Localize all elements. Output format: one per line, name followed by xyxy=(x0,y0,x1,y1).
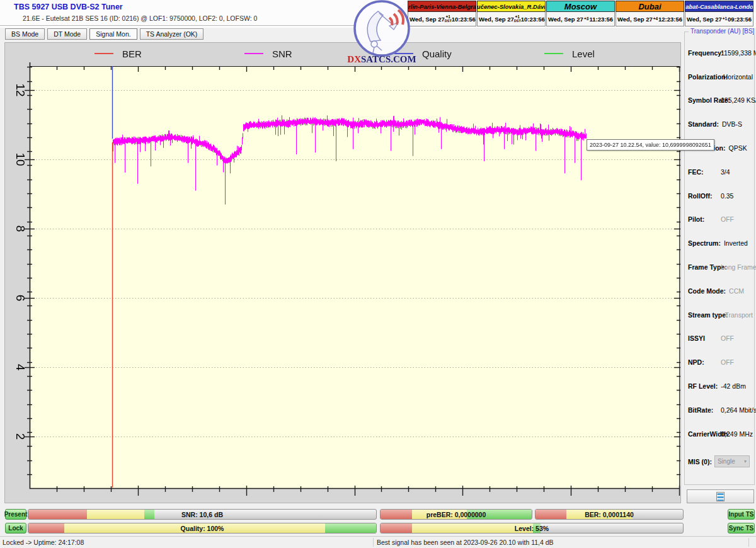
chevron-down-icon: ▾ xyxy=(744,459,747,464)
clock-city-label: Dubai xyxy=(616,1,684,12)
mis-dropdown[interactable]: Single ▾ xyxy=(714,455,750,467)
transponder-row-spectrum-: Spectrum:Inverted xyxy=(688,231,753,255)
clock-time: Wed, Sep 27+1DST10:23:56 xyxy=(477,12,546,26)
transponder-value: OFF xyxy=(721,358,734,366)
preber-bar-text: preBER: 0,0000000 xyxy=(381,510,532,519)
transponder-label: Stream type: xyxy=(688,311,721,319)
best-signal-status: Best signal has been seen at 2023-09-26 … xyxy=(377,539,554,546)
clock-city-label: Moscow xyxy=(546,1,615,12)
lock-button[interactable]: Lock xyxy=(5,523,26,534)
signal-monitor-chart[interactable] xyxy=(5,43,680,503)
transponder-value: 0,264 Mbit/s xyxy=(721,406,756,414)
transponder-row-stream-type-: Stream type:Transport xyxy=(688,303,753,327)
transponder-label: ISSYI xyxy=(688,334,718,342)
legend-label: BER xyxy=(122,49,142,59)
transponder-label: Symbol Rate: xyxy=(688,96,718,104)
snr-bar-text: SNR: 10,6 dB xyxy=(28,510,376,519)
tab-ts-analyzer-ok-[interactable]: TS Analyzer (OK) xyxy=(140,28,204,40)
clock-time: Wed, Sep 27+109:23:56 xyxy=(685,12,753,26)
status-bar: Locked -> Uptime: 24:17:08 Best signal h… xyxy=(0,536,756,548)
y-axis-label-6: 6 xyxy=(12,290,28,306)
tab-signal-mon-[interactable]: Signal Mon. xyxy=(89,28,137,40)
transponder-row-code-mode-: Code Mode:CCM xyxy=(688,279,753,303)
chart-tooltip: 2023-09-27 10.22.54, value: 10,699999809… xyxy=(587,139,714,151)
transponder-value: 0.35 xyxy=(721,192,733,200)
transponder-label: Frequency: xyxy=(688,49,718,57)
input-ts-button[interactable]: Input TS xyxy=(728,509,755,520)
transponder-value: OFF xyxy=(721,215,734,223)
present-button[interactable]: Present xyxy=(5,509,26,520)
transponder-value: Inverted xyxy=(724,239,748,247)
logo-text-rest: SATCS.COM xyxy=(361,54,416,64)
transponder-label: CarrierWidth: xyxy=(688,430,718,438)
transponder-label: RF Level: xyxy=(688,382,718,390)
mis-value: Single xyxy=(718,458,735,465)
chart-legend: BERSNRQualityLevel xyxy=(5,45,680,62)
list-icon xyxy=(716,492,724,501)
transponder-row-polarization-: Polarization:Horizontal xyxy=(688,65,753,89)
transponder-value: Long Frame xyxy=(721,263,756,271)
legend-label: Quality xyxy=(422,49,452,59)
ts-list-button[interactable] xyxy=(687,489,754,503)
legend-label: SNR xyxy=(272,49,292,59)
ber-bar: BER: 0,0001140 xyxy=(535,509,684,520)
transponder-value: DVB-S xyxy=(722,120,742,128)
transponder-value: 11599,338 MHz xyxy=(721,49,756,57)
transponder-value: Horizontal xyxy=(723,73,753,81)
mis-label: MIS (0): xyxy=(688,458,712,465)
transponder-label: Spectrum: xyxy=(688,239,721,247)
sync-ts-button[interactable]: Sync TS xyxy=(728,523,755,534)
clock-rabat-casablanca-london: Rabat-Casablanca-LondonWed, Sep 27+109:2… xyxy=(685,1,753,26)
quality-bar-text: Quality: 100% xyxy=(28,523,376,533)
transponder-value: QPSK xyxy=(728,144,747,152)
legend-item-level: Level xyxy=(544,49,595,59)
transponder-value: Transport xyxy=(724,311,753,319)
legend-line-icon xyxy=(94,53,113,54)
signal-chart-panel: BERSNRQualityLevel 24681012 xyxy=(5,43,680,503)
transponder-value: 0,249 MHz xyxy=(721,430,753,438)
y-axis-label-10: 10 xyxy=(12,151,28,168)
lock-uptime-status: Locked -> Uptime: 24:17:08 xyxy=(3,539,84,546)
legend-item-snr: SNR xyxy=(244,49,292,59)
transponder-label: Code Mode: xyxy=(688,287,726,295)
transponder-row-rf-level-: RF Level:-42 dBm xyxy=(688,374,753,398)
transponder-value: CCM xyxy=(729,287,744,295)
clock-time: Wed, Sep 27+311:23:56 xyxy=(546,12,615,26)
transponder-row-bitrate-: BitRate:0,264 Mbit/s xyxy=(688,398,753,422)
svg-text:DXSATCS.COM: DXSATCS.COM xyxy=(347,54,416,64)
transponder-row-rolloff-: RollOff:0.35 xyxy=(688,184,753,208)
transponder-label: NPD: xyxy=(688,358,718,366)
transponder-row-standard-: Standard:DVB-S xyxy=(688,112,753,136)
transponder-row-carrierwidth-: CarrierWidth:0,249 MHz xyxy=(688,422,753,446)
tab-bs-mode[interactable]: BS Mode xyxy=(5,28,45,40)
transponder-label: Frame Type: xyxy=(688,263,718,271)
mis-row: MIS (0): Single ▾ xyxy=(688,455,752,467)
clock-lu-enec-slovakia-r-d-vid: Lučenec-Slovakia_R.DávidWed, Sep 27+1DST… xyxy=(477,1,546,26)
status-bars-zone: Present SNR: 10,6 dB preBER: 0,0000000 B… xyxy=(0,506,756,536)
transponder-value: -42 dBm xyxy=(721,382,746,390)
snr-bar: SNR: 10,6 dB xyxy=(28,509,377,520)
transponder-label: Pilot: xyxy=(688,215,718,223)
clock-time: Wed, Sep 27+412:23:56 xyxy=(616,12,684,26)
tab-dt-mode[interactable]: DT Mode xyxy=(47,28,87,40)
ber-bar-text: BER: 0,0001140 xyxy=(536,510,683,519)
transponder-value: OFF xyxy=(721,334,734,342)
satellite-dish-icon: DXSATCS.COM xyxy=(345,0,418,65)
tuner-window: TBS 5927 USB DVB-S2 Tuner 21.6E - Eutels… xyxy=(0,0,756,548)
transponder-header: Transponder (AU) [BS] xyxy=(689,28,756,35)
transponder-row-frequency-: Frequency:11599,338 MHz xyxy=(688,41,753,65)
transponder-label: RollOff: xyxy=(688,192,718,200)
transponder-row-npd-: NPD:OFF xyxy=(688,350,753,374)
dxsatcs-logo: DXSATCS.COM xyxy=(345,0,418,65)
world-clocks: Berlin-Paris-Vienna-BelgradeWed, Sep 27+… xyxy=(408,1,753,26)
y-axis-label-8: 8 xyxy=(12,220,28,237)
transponder-label: FEC: xyxy=(688,168,718,176)
level-bar-text: Level: 53% xyxy=(381,523,683,533)
transponder-row-issyi: ISSYIOFF xyxy=(688,327,753,351)
clock-city-label: Lučenec-Slovakia_R.Dávid xyxy=(477,1,546,12)
legend-item-ber: BER xyxy=(94,49,142,59)
transponder-row-symbol-rate-: Symbol Rate:185,249 KS/s xyxy=(688,89,753,113)
transponder-label: Polarization: xyxy=(688,73,720,81)
level-bar: Level: 53% xyxy=(380,523,684,534)
logo-text-dx: DX xyxy=(347,54,361,64)
